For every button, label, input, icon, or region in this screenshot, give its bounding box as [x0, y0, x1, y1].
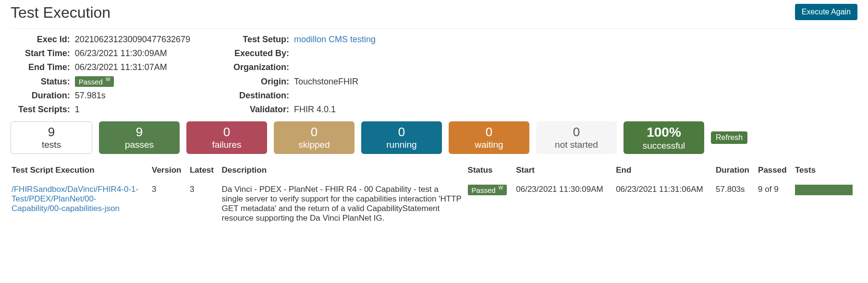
stat-running[interactable]: 0running [361, 121, 442, 154]
start-time-value: 06/23/2021 11:30:09AM [75, 48, 190, 59]
col-status: Status [467, 162, 515, 180]
status-label: Status: [18, 77, 70, 87]
end-time-label: End Time: [18, 62, 70, 72]
cell-duration: 57.803s [715, 180, 757, 227]
duration-label: Duration: [18, 91, 70, 101]
col-description: Description [221, 162, 467, 180]
executed-by-label: Executed By: [233, 48, 289, 59]
cell-passed: 9 of 9 [757, 180, 794, 227]
start-time-label: Start Time: [18, 48, 70, 59]
validator-value: FHIR 4.0.1 [294, 105, 376, 115]
col-duration: Duration [715, 162, 757, 180]
progress-bar [795, 185, 853, 195]
stat-failures[interactable]: 0failures [186, 121, 267, 154]
test-setup-label: Test Setup: [233, 35, 289, 45]
cell-latest: 3 [189, 180, 221, 227]
page-title: Test Execution [11, 4, 110, 22]
stat-skipped[interactable]: 0skipped [274, 121, 355, 154]
organization-label: Organization: [233, 62, 289, 72]
cell-start: 06/23/2021 11:30:09AM [515, 180, 615, 227]
col-script: Test Script Execution [11, 162, 151, 180]
stat-not-started[interactable]: 0not started [536, 121, 617, 154]
stat-tests[interactable]: 9tests [11, 121, 92, 154]
cell-version: 3 [151, 180, 189, 227]
table-row: /FHIRSandbox/DaVinci/FHIR4-0-1-Test/PDEX… [11, 180, 857, 227]
status-badge: Passed W [75, 76, 114, 87]
col-end: End [615, 162, 715, 180]
col-tests: Tests [794, 162, 857, 180]
row-status-badge: Passed W [468, 185, 507, 195]
origin-value: TouchstoneFHIR [294, 77, 376, 87]
cell-end: 06/23/2021 11:31:06AM [615, 180, 715, 227]
stats-row: 9tests 9passes 0failures 0skipped 0runni… [11, 121, 857, 154]
col-start: Start [515, 162, 615, 180]
end-time-value: 06/23/2021 11:31:07AM [75, 62, 190, 72]
test-scripts-value: 1 [75, 105, 190, 115]
origin-label: Origin: [233, 77, 289, 87]
test-scripts-label: Test Scripts: [18, 105, 70, 115]
destination-label: Destination: [233, 91, 289, 101]
exec-id-label: Exec Id: [18, 35, 70, 45]
execute-again-button[interactable]: Execute Again [795, 4, 857, 20]
col-version: Version [151, 162, 189, 180]
results-table: Test Script Execution Version Latest Des… [11, 162, 857, 227]
col-latest: Latest [189, 162, 221, 180]
exec-id-value: 20210623123009047763​2679 [75, 35, 190, 45]
stat-passes[interactable]: 9passes [99, 121, 180, 154]
stat-successful: 100%successful [623, 121, 704, 154]
col-passed: Passed [757, 162, 794, 180]
test-setup-link[interactable]: modillon CMS testing [294, 35, 376, 44]
duration-value: 57.981s [75, 91, 190, 101]
stat-waiting[interactable]: 0waiting [449, 121, 529, 154]
execution-details: Exec Id: 20210623123009047763​2679 Start… [18, 35, 857, 115]
cell-description: Da Vinci - PDEX - PlanNet - FHIR R4 - 00… [221, 180, 467, 227]
script-link[interactable]: /FHIRSandbox/DaVinci/FHIR4-0-1-Test/PDEX… [12, 185, 138, 213]
validator-label: Validator: [233, 105, 289, 115]
refresh-button[interactable]: Refresh [711, 131, 747, 144]
